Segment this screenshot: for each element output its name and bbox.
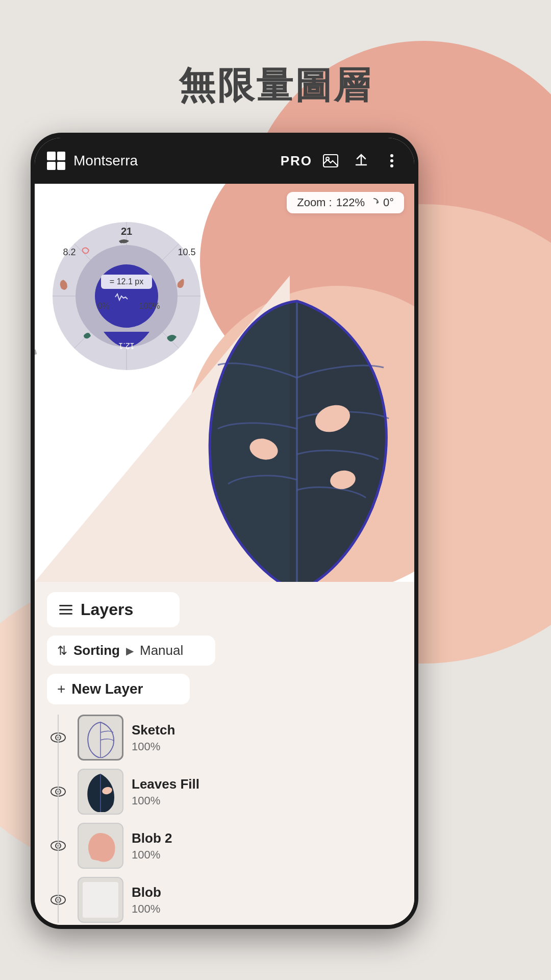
grid-icon[interactable] [47,152,65,170]
layer-thumb-blob2 [78,823,123,869]
layer-opacity-blob2: 100% [132,848,172,862]
layer-name-leaves: Leaves Fill [132,776,199,792]
layer-name-blob2: Blob 2 [132,830,172,846]
sorting-label: Sorting [73,643,120,658]
layer-list: Sketch 100% [47,715,402,923]
layer-opacity-leaves: 100% [132,794,199,807]
layers-panel: Layers ⇅ Sorting ▶ Manual + New Layer [35,582,414,925]
sorting-icon: ⇅ [57,644,67,658]
svg-text:12.1: 12.1 [118,341,134,350]
share-icon[interactable] [351,151,371,171]
svg-text:0%: 0% [97,302,109,310]
top-bar-actions [320,151,402,171]
phone-frame: Montserra PRO [31,133,418,929]
layer-info-blob: Blob 100% [132,885,161,916]
layer-info-sketch: Sketch 100% [132,722,175,753]
more-options-icon[interactable] [382,151,402,171]
layer-item-leaves[interactable]: Leaves Fill 100% [47,769,402,815]
sorting-value: Manual [140,643,183,658]
layer-item-blob[interactable]: Blob 100% [47,877,402,923]
sorting-button[interactable]: ⇅ Sorting ▶ Manual [47,635,215,666]
image-icon[interactable] [320,151,341,171]
layer-name-sketch: Sketch [132,722,175,738]
new-layer-label: New Layer [71,681,143,697]
layer-thumb-sketch [78,715,123,761]
svg-point-15 [95,264,158,328]
zoom-label: Zoom : [297,196,332,209]
sorting-arrow: ▶ [126,645,134,657]
app-name-label: Montserra [73,153,272,169]
svg-point-3 [390,159,393,162]
svg-text:21: 21 [121,226,132,237]
layer-opacity-blob: 100% [132,902,161,916]
brush-wheel[interactable]: = 12.1 px 0% 100% 12.1 21 10.5 [45,214,198,368]
layer-thumb-leaves [78,769,123,815]
canvas-area[interactable]: Zoom : 122% 0° [35,184,414,582]
layer-info-leaves: Leaves Fill 100% [132,776,199,807]
layers-header-button[interactable]: Layers [47,592,180,627]
new-layer-button[interactable]: + New Layer [47,674,190,704]
svg-text:100%: 100% [139,302,160,310]
rotation-value: 0° [383,196,394,209]
zoom-value: 122% [336,196,365,209]
top-bar: Montserra PRO [35,138,414,184]
rotation-icon [369,198,379,208]
svg-text:10.5: 10.5 [178,247,195,257]
hamburger-icon [59,605,72,615]
svg-rect-40 [83,882,118,918]
svg-point-4 [390,164,393,167]
svg-rect-0 [323,155,338,167]
layer-info-blob2: Blob 2 100% [132,830,172,862]
layer-item-sketch[interactable]: Sketch 100% [47,715,402,761]
zoom-indicator: Zoom : 122% 0° [287,192,404,213]
svg-text:8.2: 8.2 [63,247,76,257]
pro-badge: PRO [281,153,312,169]
page-title: 無限量圖層 [0,61,551,110]
phone-screen: Montserra PRO [35,138,414,925]
brush-wheel-svg: = 12.1 px 0% 100% 12.1 21 10.5 [45,214,208,378]
plus-icon: + [57,681,65,697]
layer-thumb-blob [78,877,123,923]
layers-title: Layers [81,600,133,619]
layer-connector-line [58,715,59,923]
layer-name-blob: Blob [132,885,161,900]
svg-point-2 [390,154,393,157]
layer-opacity-sketch: 100% [132,740,175,753]
svg-text:= 12.1 px: = 12.1 px [110,277,143,286]
layer-item-blob2[interactable]: Blob 2 100% [47,823,402,869]
